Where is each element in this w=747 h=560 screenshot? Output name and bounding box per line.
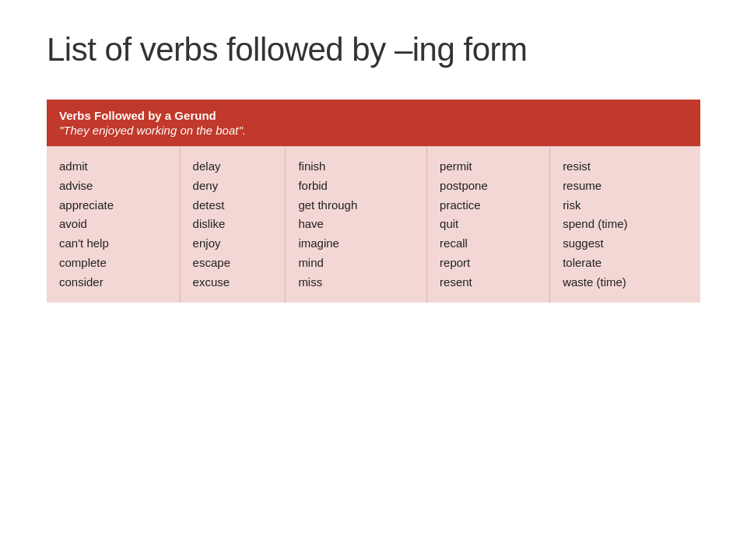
word-item: have (298, 215, 414, 234)
word-item: postpone (440, 177, 537, 196)
word-item: get through (298, 196, 414, 215)
word-item: waste (time) (563, 273, 688, 292)
table-header-cell: Verbs Followed by a Gerund "They enjoyed… (47, 100, 700, 146)
table-header-title: Verbs Followed by a Gerund (59, 109, 688, 122)
word-item: excuse (193, 273, 273, 292)
column-4: permitpostponepracticequitrecallreportre… (427, 146, 550, 303)
column-5: resistresumeriskspend (time)suggesttoler… (550, 146, 700, 303)
word-item: appreciate (59, 196, 167, 215)
word-item: admit (59, 157, 167, 177)
table-header-subtitle: "They enjoyed working on the boat". (59, 124, 688, 137)
word-item: enjoy (193, 234, 273, 254)
word-item: consider (59, 273, 167, 292)
word-item: spend (time) (563, 215, 688, 234)
word-item: avoid (59, 215, 167, 234)
word-item: forbid (298, 177, 414, 196)
word-item: deny (193, 177, 273, 196)
word-item: report (440, 254, 537, 273)
word-item: recall (440, 234, 537, 254)
word-item: mind (298, 254, 414, 273)
column-1: admitadviseappreciateavoidcan't helpcomp… (47, 146, 180, 303)
table-data-row: admitadviseappreciateavoidcan't helpcomp… (47, 146, 700, 303)
word-item: advise (59, 177, 167, 196)
word-item: finish (298, 157, 414, 177)
word-item: resume (563, 177, 688, 196)
word-item: escape (193, 254, 273, 273)
word-item: practice (440, 196, 537, 215)
table-header-row: Verbs Followed by a Gerund "They enjoyed… (47, 100, 700, 146)
word-item: imagine (298, 234, 414, 254)
word-item: risk (563, 196, 688, 215)
table-container: Verbs Followed by a Gerund "They enjoyed… (47, 100, 700, 303)
word-item: delay (193, 157, 273, 177)
word-item: dislike (193, 215, 273, 234)
word-item: miss (298, 273, 414, 292)
page-title: List of verbs followed by –ing form (47, 31, 700, 68)
word-item: resist (563, 157, 688, 177)
word-item: tolerate (563, 254, 688, 273)
verbs-table: Verbs Followed by a Gerund "They enjoyed… (47, 100, 700, 303)
word-item: quit (440, 215, 537, 234)
column-2: delaydenydetestdislikeenjoyescapeexcuse (180, 146, 286, 303)
word-item: complete (59, 254, 167, 273)
word-item: can't help (59, 234, 167, 254)
page: List of verbs followed by –ing form Verb… (0, 0, 747, 560)
word-item: resent (440, 273, 537, 292)
word-item: detest (193, 196, 273, 215)
word-item: permit (440, 157, 537, 177)
word-item: suggest (563, 234, 688, 254)
column-3: finishforbidget throughhaveimaginemindmi… (286, 146, 427, 303)
